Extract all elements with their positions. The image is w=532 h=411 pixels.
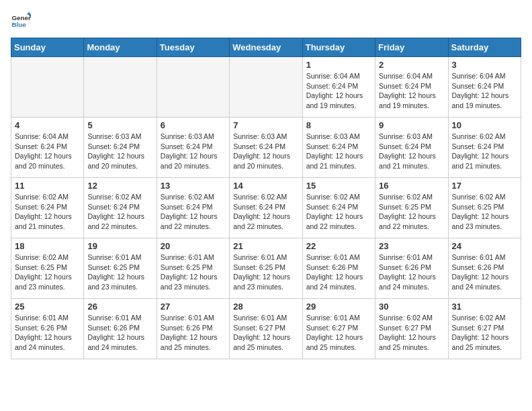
day-cell: 24Sunrise: 6:01 AMSunset: 6:26 PMDayligh… [448,238,521,299]
day-cell: 28Sunrise: 6:01 AMSunset: 6:27 PMDayligh… [230,299,302,359]
day-cell [157,57,229,118]
day-cell: 5Sunrise: 6:03 AMSunset: 6:24 PMDaylight… [84,118,157,178]
day-cell: 16Sunrise: 6:02 AMSunset: 6:25 PMDayligh… [375,178,448,238]
day-number: 15 [306,181,371,191]
day-cell: 18Sunrise: 6:02 AMSunset: 6:25 PMDayligh… [11,238,84,299]
day-detail: Sunrise: 6:02 AMSunset: 6:24 PMDaylight:… [87,192,152,232]
weekday-header-friday: Friday [375,38,448,57]
day-detail: Sunrise: 6:03 AMSunset: 6:24 PMDaylight:… [161,132,226,171]
day-detail: Sunrise: 6:01 AMSunset: 6:26 PMDaylight:… [306,253,371,292]
day-number: 6 [161,120,226,130]
day-number: 29 [306,302,371,312]
day-cell: 22Sunrise: 6:01 AMSunset: 6:26 PMDayligh… [302,238,375,299]
day-cell: 27Sunrise: 6:01 AMSunset: 6:26 PMDayligh… [157,299,229,359]
svg-text:Blue: Blue [12,21,27,28]
day-cell: 31Sunrise: 6:02 AMSunset: 6:27 PMDayligh… [448,299,521,359]
day-cell: 29Sunrise: 6:01 AMSunset: 6:27 PMDayligh… [302,299,375,359]
day-number: 27 [161,302,226,312]
day-cell [84,57,157,118]
week-row-3: 11Sunrise: 6:02 AMSunset: 6:24 PMDayligh… [11,178,521,238]
day-detail: Sunrise: 6:03 AMSunset: 6:24 PMDaylight:… [87,132,152,171]
day-detail: Sunrise: 6:01 AMSunset: 6:26 PMDaylight:… [15,313,80,353]
day-cell: 3Sunrise: 6:04 AMSunset: 6:24 PMDaylight… [448,57,521,118]
day-detail: Sunrise: 6:01 AMSunset: 6:26 PMDaylight:… [379,253,444,292]
day-cell: 14Sunrise: 6:02 AMSunset: 6:24 PMDayligh… [230,178,302,238]
day-number: 12 [87,181,152,191]
day-detail: Sunrise: 6:04 AMSunset: 6:24 PMDaylight:… [15,132,80,171]
day-cell: 13Sunrise: 6:02 AMSunset: 6:24 PMDayligh… [157,178,229,238]
day-number: 23 [379,241,444,251]
day-cell: 1Sunrise: 6:04 AMSunset: 6:24 PMDaylight… [302,57,375,118]
day-detail: Sunrise: 6:01 AMSunset: 6:25 PMDaylight:… [161,253,226,292]
day-detail: Sunrise: 6:03 AMSunset: 6:24 PMDaylight:… [233,132,298,171]
day-cell [230,57,302,118]
week-row-5: 25Sunrise: 6:01 AMSunset: 6:26 PMDayligh… [11,299,521,359]
weekday-header-sunday: Sunday [11,38,84,57]
day-cell: 11Sunrise: 6:02 AMSunset: 6:24 PMDayligh… [11,178,84,238]
day-number: 1 [306,60,371,70]
svg-text:General: General [12,14,32,21]
week-row-1: 1Sunrise: 6:04 AMSunset: 6:24 PMDaylight… [11,57,521,118]
day-number: 25 [15,302,80,312]
day-number: 7 [233,120,298,130]
day-detail: Sunrise: 6:01 AMSunset: 6:25 PMDaylight:… [233,253,298,292]
day-cell: 20Sunrise: 6:01 AMSunset: 6:25 PMDayligh… [157,238,229,299]
day-cell: 4Sunrise: 6:04 AMSunset: 6:24 PMDaylight… [11,118,84,178]
day-cell: 6Sunrise: 6:03 AMSunset: 6:24 PMDaylight… [157,118,229,178]
calendar-table: SundayMondayTuesdayWednesdayThursdayFrid… [11,38,521,359]
week-row-4: 18Sunrise: 6:02 AMSunset: 6:25 PMDayligh… [11,238,521,299]
day-detail: Sunrise: 6:02 AMSunset: 6:24 PMDaylight:… [306,192,371,232]
day-cell: 2Sunrise: 6:04 AMSunset: 6:24 PMDaylight… [375,57,448,118]
weekday-header-wednesday: Wednesday [230,38,302,57]
day-detail: Sunrise: 6:04 AMSunset: 6:24 PMDaylight:… [306,71,371,111]
day-cell: 7Sunrise: 6:03 AMSunset: 6:24 PMDaylight… [230,118,302,178]
day-cell: 9Sunrise: 6:03 AMSunset: 6:24 PMDaylight… [375,118,448,178]
day-number: 14 [233,181,298,191]
day-number: 24 [452,241,517,251]
day-detail: Sunrise: 6:02 AMSunset: 6:24 PMDaylight:… [161,192,226,232]
day-number: 8 [306,120,371,130]
week-row-2: 4Sunrise: 6:04 AMSunset: 6:24 PMDaylight… [11,118,521,178]
weekday-header-saturday: Saturday [448,38,521,57]
day-number: 4 [15,120,80,130]
weekday-header-monday: Monday [84,38,157,57]
day-number: 9 [379,120,444,130]
day-detail: Sunrise: 6:02 AMSunset: 6:24 PMDaylight:… [15,192,80,232]
header: General Blue [11,11,521,31]
day-cell: 25Sunrise: 6:01 AMSunset: 6:26 PMDayligh… [11,299,84,359]
day-number: 17 [452,181,517,191]
day-number: 31 [452,302,517,312]
day-cell: 26Sunrise: 6:01 AMSunset: 6:26 PMDayligh… [84,299,157,359]
day-number: 30 [379,302,444,312]
day-detail: Sunrise: 6:01 AMSunset: 6:26 PMDaylight:… [161,313,226,353]
day-cell: 17Sunrise: 6:02 AMSunset: 6:25 PMDayligh… [448,178,521,238]
day-detail: Sunrise: 6:01 AMSunset: 6:26 PMDaylight:… [452,253,517,292]
day-detail: Sunrise: 6:02 AMSunset: 6:27 PMDaylight:… [452,313,517,353]
day-detail: Sunrise: 6:01 AMSunset: 6:27 PMDaylight:… [306,313,371,353]
day-cell: 10Sunrise: 6:02 AMSunset: 6:24 PMDayligh… [448,118,521,178]
day-number: 10 [452,120,517,130]
day-detail: Sunrise: 6:02 AMSunset: 6:25 PMDaylight:… [15,253,80,292]
day-detail: Sunrise: 6:03 AMSunset: 6:24 PMDaylight:… [379,132,444,171]
day-number: 21 [233,241,298,251]
day-cell: 12Sunrise: 6:02 AMSunset: 6:24 PMDayligh… [84,178,157,238]
day-number: 28 [233,302,298,312]
svg-marker-2 [27,12,31,15]
day-detail: Sunrise: 6:02 AMSunset: 6:25 PMDaylight:… [379,192,444,232]
day-cell: 21Sunrise: 6:01 AMSunset: 6:25 PMDayligh… [230,238,302,299]
day-cell [11,57,84,118]
weekday-header-thursday: Thursday [302,38,375,57]
day-cell: 30Sunrise: 6:02 AMSunset: 6:27 PMDayligh… [375,299,448,359]
day-detail: Sunrise: 6:02 AMSunset: 6:24 PMDaylight:… [452,132,517,171]
day-number: 3 [452,60,517,70]
logo: General Blue [11,11,31,31]
day-number: 2 [379,60,444,70]
day-cell: 19Sunrise: 6:01 AMSunset: 6:25 PMDayligh… [84,238,157,299]
day-cell: 15Sunrise: 6:02 AMSunset: 6:24 PMDayligh… [302,178,375,238]
day-number: 13 [161,181,226,191]
day-number: 19 [87,241,152,251]
weekday-header-row: SundayMondayTuesdayWednesdayThursdayFrid… [11,38,521,57]
day-detail: Sunrise: 6:04 AMSunset: 6:24 PMDaylight:… [379,71,444,111]
weekday-header-tuesday: Tuesday [157,38,229,57]
day-detail: Sunrise: 6:01 AMSunset: 6:27 PMDaylight:… [233,313,298,353]
